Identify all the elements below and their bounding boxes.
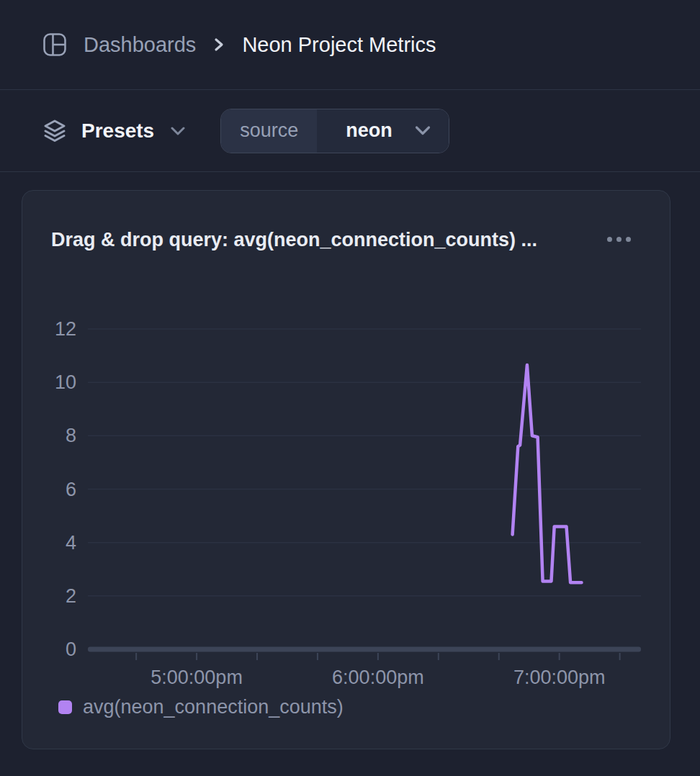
source-filter-key: source	[221, 109, 317, 153]
dashboard-grid-icon	[42, 32, 68, 58]
svg-text:0: 0	[66, 639, 76, 660]
svg-text:7:00:00pm: 7:00:00pm	[513, 667, 606, 688]
legend-item[interactable]: avg(neon_connection_counts)	[58, 696, 344, 718]
source-filter-selected: neon	[346, 119, 392, 142]
layers-stack-icon	[41, 117, 68, 145]
ellipsis-horizontal-icon[interactable]	[604, 234, 634, 245]
line-chart: 0246810125:00:00pm6:00:00pm7:00:00pm	[22, 313, 671, 716]
svg-text:6:00:00pm: 6:00:00pm	[332, 667, 424, 688]
svg-text:6: 6	[66, 479, 76, 500]
app-header: Dashboards Neon Project Metrics	[0, 0, 700, 90]
breadcrumb-dashboards[interactable]: Dashboards	[84, 33, 196, 57]
svg-text:5:00:00pm: 5:00:00pm	[151, 667, 243, 688]
presets-label: Presets	[81, 119, 154, 143]
svg-text:10: 10	[55, 371, 76, 393]
source-filter-value[interactable]: neon	[317, 109, 449, 153]
chevron-right-icon	[213, 36, 225, 53]
svg-text:4: 4	[66, 532, 76, 554]
toolbar: Presets source neon	[0, 90, 700, 172]
page-title: Neon Project Metrics	[242, 33, 436, 57]
svg-text:8: 8	[66, 425, 76, 446]
svg-text:2: 2	[66, 585, 76, 607]
chart-card-title: Drag & drop query: avg(neon_connection_c…	[51, 229, 537, 251]
chevron-down-icon	[414, 125, 431, 136]
chart-card: Drag & drop query: avg(neon_connection_c…	[22, 190, 670, 749]
legend-swatch	[58, 700, 72, 714]
dashboard-canvas: Drag & drop query: avg(neon_connection_c…	[0, 172, 700, 749]
chevron-down-icon	[170, 126, 186, 136]
presets-button[interactable]: Presets	[41, 117, 186, 145]
svg-text:12: 12	[55, 318, 76, 340]
legend-label: avg(neon_connection_counts)	[83, 696, 344, 718]
source-filter-select[interactable]: source neon	[220, 109, 449, 153]
